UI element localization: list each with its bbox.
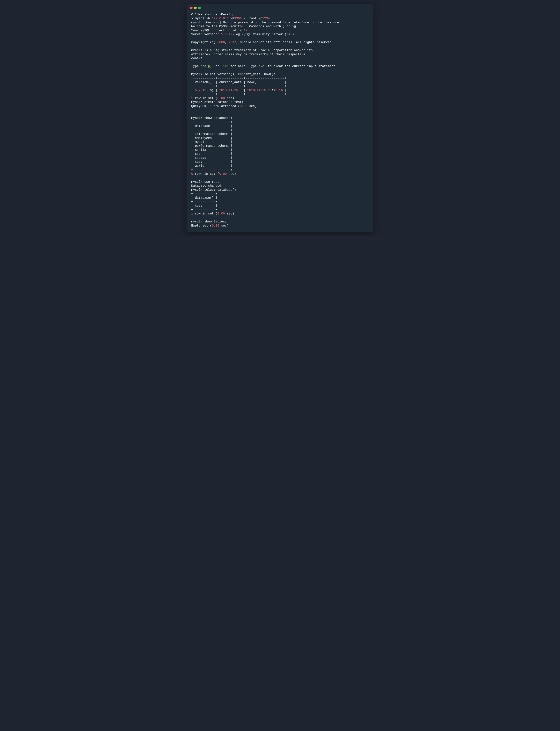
t3-r5: | sakila | [191,148,232,152]
cmd-h-flag: -h [204,17,212,20]
mysql-prompt5: mysql> [191,188,204,192]
mysql-prompt2: mysql> [191,100,204,104]
t1-ver-suffix: -log | [206,89,219,92]
t1-date-pad: | [238,89,247,92]
t5-border3: +------------+ [191,208,217,212]
r3-sec: 0.00 [219,172,227,176]
r1-close: sec) [225,97,234,100]
cmd-host: 127.0.0.1 [212,17,229,20]
q2-res-mid: row affected ( [212,105,240,108]
type-mid: for help. Type [229,65,259,68]
t1-sp [266,89,268,92]
terminal-window: C:\Users\ccoder\Desktop λ mysql -h 127.0… [187,4,373,232]
r3-num: 9 [191,172,193,176]
oracle-l1: Oracle is a registered trademark of Orac… [191,49,313,52]
cmd-port: 3306 [234,17,242,20]
t5-border2: +------------+ [191,200,217,204]
t5-border: +------------+ [191,192,217,196]
type-h: '\h' [221,65,229,68]
query-show-tables: show tables; [204,220,227,224]
r5-num: 1 [191,212,193,216]
t1-now-pad: | [283,89,287,92]
t1-ver: 5.7.19 [195,89,206,92]
minimize-icon[interactable] [194,7,197,9]
welcome-line: Welcome to the MySQL monitor. Commands e… [191,25,298,28]
r1-sec: 0.00 [217,97,225,100]
query-show-db: show databases; [204,116,232,120]
t1-now-h: 11 [268,89,272,92]
t3-r3: | mysql | [191,140,232,144]
prompt-path: C:\Users\ccoder\Desktop [191,13,234,16]
copyright-pre: Copyright (c) [191,41,217,44]
terminal-output[interactable]: C:\Users\ccoder\Desktop λ mysql -h 127.0… [187,11,373,232]
conn-id: 47 [244,29,247,32]
cmd-rest: -u root -p [242,17,262,20]
t1-now-d: 25 [262,89,266,92]
t3-r1: | information_schema | [191,132,232,136]
mysql-prompt4: mysql> [191,180,204,184]
q2-res-one: 1 [210,105,212,108]
t1-header: | version() | current_date | now() | [191,81,287,84]
t3-r8: | test | [191,160,232,164]
close-icon[interactable] [190,7,193,9]
maximize-icon[interactable] [198,7,201,9]
query-select-db: select database(); [204,188,238,192]
r5-sec: 0.00 [217,212,225,216]
q6-res-sec: 0.00 [212,224,219,228]
prompt-lambda: λ [191,17,195,20]
t3-border: +--------------------+ [191,121,232,124]
q2-res-pre: Query OK, [191,105,210,108]
query-select-version: select version(), current_date, now(); [204,73,275,76]
type-or: or [214,65,221,68]
r5-text: row in set ( [193,212,217,216]
conn-pre: Your MySQL connection id is [191,29,244,32]
copyright-y1: 2000 [217,41,225,44]
r5-close: sec) [225,212,234,216]
t1-border: +------------+--------------+-----------… [191,77,287,80]
query-use-test: use test; [204,180,221,184]
t3-header: | Database | [191,124,232,128]
r1-text: row in set ( [193,97,217,100]
oracle-l3: owners. [191,57,204,60]
cmd-mysql: mysql [195,17,204,20]
cmd-P-pre: -P [229,17,234,20]
mysql-prompt6: mysql> [191,220,204,224]
type-help: 'help;' [201,65,214,68]
t1-border3: +------------+--------------+-----------… [191,92,287,96]
q4-res: Database changed [191,184,221,188]
t3-r2: | employees | [191,136,232,140]
t3-r9: | world | [191,164,232,168]
q2-res-close: sec) [247,105,257,108]
copyright-post: , Oracle and/or its affiliates. All righ… [236,41,333,44]
type-c: '\c' [259,65,266,68]
q6-res-close: sec) [219,224,229,228]
t3-border3: +--------------------+ [191,168,232,172]
r3-text: rows in set ( [193,172,219,176]
t3-r7: | taotao | [191,156,232,160]
mysql-prompt: mysql> [191,73,204,76]
srv-suffix: -log MySQL Community Server (GPL) [232,33,294,36]
t1-date-y: 2018 [219,89,227,92]
srv-pre: Server version: [191,33,221,36]
r3-close: sec) [227,172,236,176]
t1-now-s: 16 [279,89,283,92]
t1-date-m: 11 [229,89,232,92]
t5-header: | database() | [191,196,217,200]
cmd-pw: 1234 [262,17,270,20]
srv-ver: 5.7.19 [221,33,232,36]
oracle-l2: affiliates. Other names may be trademark… [191,53,305,56]
q6-res-pre: Empty set ( [191,224,212,228]
type-pre: Type [191,65,201,68]
warning-line: mysql: [Warning] Using a password on the… [191,21,341,24]
t5-row: | test | [191,204,217,208]
t1-dash4: - [260,89,262,92]
t1-colon1: : [272,89,274,92]
t3-border2: +--------------------+ [191,129,232,132]
t1-now-y: 2018 [247,89,255,92]
t3-r4: | performance_schema | [191,144,232,148]
copyright-comma: , [225,41,229,44]
t1-dash3: - [255,89,257,92]
t1-date-d: 25 [234,89,238,92]
q2-res-sec: 0.00 [240,105,247,108]
t1-row-pre: | [191,89,195,92]
